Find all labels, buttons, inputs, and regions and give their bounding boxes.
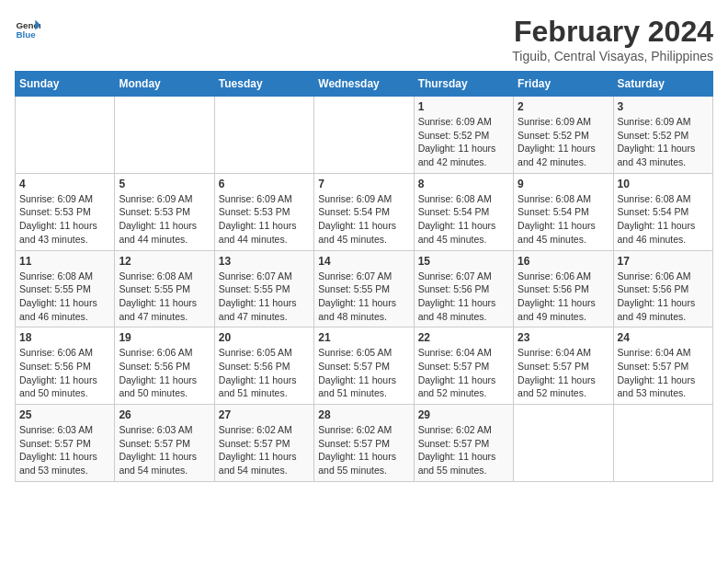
weekday-header-friday: Friday <box>514 72 613 97</box>
weekday-header-monday: Monday <box>115 72 214 97</box>
day-info: Sunrise: 6:05 AM Sunset: 5:57 PM Dayligh… <box>318 346 409 400</box>
day-info: Sunrise: 6:08 AM Sunset: 5:54 PM Dayligh… <box>518 192 609 247</box>
day-info: Sunrise: 6:08 AM Sunset: 5:54 PM Dayligh… <box>618 192 709 247</box>
day-number: 14 <box>318 255 409 268</box>
title-block: February 2024 Tiguib, Central Visayas, P… <box>512 15 713 63</box>
day-number: 21 <box>318 331 409 344</box>
day-info: Sunrise: 6:06 AM Sunset: 5:56 PM Dayligh… <box>518 270 609 324</box>
calendar-cell: 13Sunrise: 6:07 AM Sunset: 5:55 PM Dayli… <box>214 250 313 327</box>
day-number: 17 <box>618 255 709 268</box>
day-info: Sunrise: 6:09 AM Sunset: 5:52 PM Dayligh… <box>418 115 509 169</box>
calendar-cell <box>115 97 214 174</box>
week-row-5: 25Sunrise: 6:03 AM Sunset: 5:57 PM Dayli… <box>16 405 713 482</box>
calendar-cell: 19Sunrise: 6:06 AM Sunset: 5:56 PM Dayli… <box>115 327 214 405</box>
day-number: 5 <box>119 178 210 190</box>
calendar-cell: 27Sunrise: 6:02 AM Sunset: 5:57 PM Dayli… <box>214 405 313 482</box>
day-number: 15 <box>418 255 509 268</box>
calendar-cell: 3Sunrise: 6:09 AM Sunset: 5:52 PM Daylig… <box>613 97 712 174</box>
week-row-4: 18Sunrise: 6:06 AM Sunset: 5:56 PM Dayli… <box>16 327 713 405</box>
calendar-cell: 15Sunrise: 6:07 AM Sunset: 5:56 PM Dayli… <box>414 250 513 327</box>
calendar-cell: 12Sunrise: 6:08 AM Sunset: 5:55 PM Dayli… <box>115 250 214 327</box>
day-number: 9 <box>518 178 609 190</box>
day-number: 29 <box>418 408 509 421</box>
calendar-cell: 16Sunrise: 6:06 AM Sunset: 5:56 PM Dayli… <box>514 250 613 327</box>
calendar-cell: 24Sunrise: 6:04 AM Sunset: 5:57 PM Dayli… <box>613 327 712 405</box>
day-number: 8 <box>418 178 509 190</box>
logo: General Blue <box>15 15 40 40</box>
weekday-header-tuesday: Tuesday <box>214 72 313 97</box>
day-number: 3 <box>618 100 709 113</box>
day-info: Sunrise: 6:05 AM Sunset: 5:56 PM Dayligh… <box>219 346 310 400</box>
calendar-cell <box>214 97 313 174</box>
location: Tiguib, Central Visayas, Philippines <box>512 49 713 63</box>
day-number: 11 <box>19 255 110 268</box>
calendar-cell: 10Sunrise: 6:08 AM Sunset: 5:54 PM Dayli… <box>613 173 712 250</box>
svg-text:Blue: Blue <box>16 29 36 40</box>
calendar-cell <box>514 405 613 482</box>
week-row-3: 11Sunrise: 6:08 AM Sunset: 5:55 PM Dayli… <box>16 250 713 327</box>
day-info: Sunrise: 6:07 AM Sunset: 5:55 PM Dayligh… <box>219 270 310 324</box>
day-info: Sunrise: 6:09 AM Sunset: 5:53 PM Dayligh… <box>219 192 310 247</box>
day-info: Sunrise: 6:02 AM Sunset: 5:57 PM Dayligh… <box>418 423 509 477</box>
day-info: Sunrise: 6:09 AM Sunset: 5:54 PM Dayligh… <box>318 192 409 247</box>
day-info: Sunrise: 6:03 AM Sunset: 5:57 PM Dayligh… <box>19 423 110 477</box>
calendar-cell: 25Sunrise: 6:03 AM Sunset: 5:57 PM Dayli… <box>16 405 115 482</box>
day-number: 2 <box>518 100 609 113</box>
calendar-cell: 14Sunrise: 6:07 AM Sunset: 5:55 PM Dayli… <box>314 250 414 327</box>
weekday-header-saturday: Saturday <box>613 72 712 97</box>
day-number: 22 <box>418 331 509 344</box>
calendar-cell: 9Sunrise: 6:08 AM Sunset: 5:54 PM Daylig… <box>514 173 613 250</box>
day-info: Sunrise: 6:04 AM Sunset: 5:57 PM Dayligh… <box>518 346 609 400</box>
day-info: Sunrise: 6:06 AM Sunset: 5:56 PM Dayligh… <box>119 346 210 400</box>
weekday-header-sunday: Sunday <box>16 72 115 97</box>
day-number: 28 <box>318 408 409 421</box>
calendar-table: SundayMondayTuesdayWednesdayThursdayFrid… <box>15 71 713 482</box>
week-row-1: 1Sunrise: 6:09 AM Sunset: 5:52 PM Daylig… <box>16 97 713 174</box>
day-info: Sunrise: 6:08 AM Sunset: 5:55 PM Dayligh… <box>119 270 210 324</box>
day-info: Sunrise: 6:04 AM Sunset: 5:57 PM Dayligh… <box>418 346 509 400</box>
day-info: Sunrise: 6:02 AM Sunset: 5:57 PM Dayligh… <box>219 423 310 477</box>
day-info: Sunrise: 6:07 AM Sunset: 5:55 PM Dayligh… <box>318 270 409 324</box>
calendar-cell: 20Sunrise: 6:05 AM Sunset: 5:56 PM Dayli… <box>214 327 313 405</box>
day-number: 27 <box>219 408 310 421</box>
calendar-cell: 29Sunrise: 6:02 AM Sunset: 5:57 PM Dayli… <box>414 405 513 482</box>
day-info: Sunrise: 6:06 AM Sunset: 5:56 PM Dayligh… <box>19 346 110 400</box>
day-number: 12 <box>119 255 210 268</box>
month-year: February 2024 <box>512 15 713 49</box>
day-info: Sunrise: 6:07 AM Sunset: 5:56 PM Dayligh… <box>418 270 509 324</box>
day-number: 19 <box>119 331 210 344</box>
day-number: 10 <box>618 178 709 190</box>
day-number: 23 <box>518 331 609 344</box>
day-number: 13 <box>219 255 310 268</box>
day-number: 24 <box>618 331 709 344</box>
day-number: 26 <box>119 408 210 421</box>
calendar-cell: 2Sunrise: 6:09 AM Sunset: 5:52 PM Daylig… <box>514 97 613 174</box>
day-info: Sunrise: 6:09 AM Sunset: 5:52 PM Dayligh… <box>518 115 609 169</box>
calendar-cell: 7Sunrise: 6:09 AM Sunset: 5:54 PM Daylig… <box>314 173 414 250</box>
day-number: 7 <box>318 178 409 190</box>
calendar-cell: 5Sunrise: 6:09 AM Sunset: 5:53 PM Daylig… <box>115 173 214 250</box>
day-info: Sunrise: 6:02 AM Sunset: 5:57 PM Dayligh… <box>318 423 409 477</box>
logo-icon: General Blue <box>15 15 40 40</box>
day-number: 1 <box>418 100 509 113</box>
day-number: 20 <box>219 331 310 344</box>
calendar-cell: 18Sunrise: 6:06 AM Sunset: 5:56 PM Dayli… <box>16 327 115 405</box>
calendar-cell: 8Sunrise: 6:08 AM Sunset: 5:54 PM Daylig… <box>414 173 513 250</box>
weekday-header-wednesday: Wednesday <box>314 72 414 97</box>
day-number: 4 <box>19 178 110 190</box>
calendar-cell: 22Sunrise: 6:04 AM Sunset: 5:57 PM Dayli… <box>414 327 513 405</box>
day-number: 6 <box>219 178 310 190</box>
calendar-cell: 11Sunrise: 6:08 AM Sunset: 5:55 PM Dayli… <box>16 250 115 327</box>
day-info: Sunrise: 6:09 AM Sunset: 5:52 PM Dayligh… <box>618 115 709 169</box>
calendar-cell <box>314 97 414 174</box>
week-row-2: 4Sunrise: 6:09 AM Sunset: 5:53 PM Daylig… <box>16 173 713 250</box>
calendar-cell: 1Sunrise: 6:09 AM Sunset: 5:52 PM Daylig… <box>414 97 513 174</box>
calendar-cell: 21Sunrise: 6:05 AM Sunset: 5:57 PM Dayli… <box>314 327 414 405</box>
day-info: Sunrise: 6:08 AM Sunset: 5:54 PM Dayligh… <box>418 192 509 247</box>
calendar-cell: 6Sunrise: 6:09 AM Sunset: 5:53 PM Daylig… <box>214 173 313 250</box>
day-info: Sunrise: 6:03 AM Sunset: 5:57 PM Dayligh… <box>119 423 210 477</box>
day-info: Sunrise: 6:04 AM Sunset: 5:57 PM Dayligh… <box>618 346 709 400</box>
calendar-cell: 17Sunrise: 6:06 AM Sunset: 5:56 PM Dayli… <box>613 250 712 327</box>
day-info: Sunrise: 6:09 AM Sunset: 5:53 PM Dayligh… <box>119 192 210 247</box>
calendar-cell <box>613 405 712 482</box>
